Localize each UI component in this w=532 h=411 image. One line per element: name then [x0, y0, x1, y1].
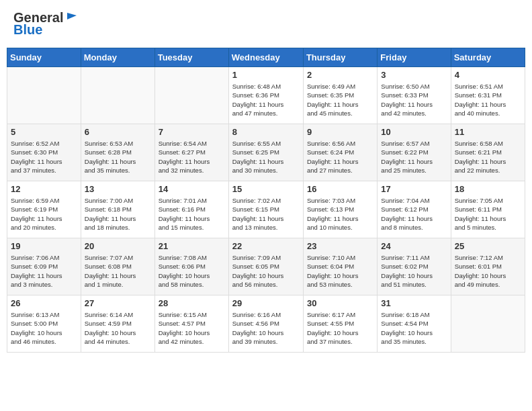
header: General Blue — [7, 7, 525, 41]
calendar-cell: 19Sunrise: 7:06 AM Sunset: 6:09 PM Dayli… — [7, 238, 81, 295]
day-info: Sunrise: 6:59 AM Sunset: 6:19 PM Dayligh… — [11, 196, 77, 232]
calendar-cell: 6Sunrise: 6:53 AM Sunset: 6:28 PM Daylig… — [81, 124, 154, 181]
calendar-cell: 8Sunrise: 6:55 AM Sunset: 6:25 PM Daylig… — [228, 124, 303, 181]
day-number: 2 — [307, 70, 373, 80]
calendar-cell: 25Sunrise: 7:12 AM Sunset: 6:01 PM Dayli… — [451, 238, 525, 295]
day-number: 20 — [85, 241, 151, 251]
day-number: 17 — [381, 184, 447, 194]
day-number: 13 — [85, 184, 151, 194]
day-number: 5 — [11, 127, 77, 137]
day-info: Sunrise: 6:50 AM Sunset: 6:33 PM Dayligh… — [381, 82, 447, 118]
day-info: Sunrise: 6:17 AM Sunset: 4:55 PM Dayligh… — [307, 310, 373, 346]
day-info: Sunrise: 6:55 AM Sunset: 6:25 PM Dayligh… — [232, 139, 300, 175]
logo-blue-text: Blue — [13, 22, 42, 38]
day-info: Sunrise: 7:00 AM Sunset: 6:18 PM Dayligh… — [85, 196, 151, 232]
day-number: 27 — [85, 298, 151, 308]
calendar-cell: 2Sunrise: 6:49 AM Sunset: 6:35 PM Daylig… — [303, 67, 377, 124]
day-number: 1 — [232, 70, 300, 80]
day-info: Sunrise: 7:05 AM Sunset: 6:11 PM Dayligh… — [455, 196, 521, 232]
day-number: 21 — [159, 241, 225, 251]
calendar-cell: 30Sunrise: 6:17 AM Sunset: 4:55 PM Dayli… — [303, 295, 377, 353]
day-number: 3 — [381, 70, 447, 80]
calendar-table: SundayMondayTuesdayWednesdayThursdayFrid… — [7, 48, 525, 353]
day-number: 15 — [232, 184, 300, 194]
calendar-cell: 13Sunrise: 7:00 AM Sunset: 6:18 PM Dayli… — [81, 181, 154, 238]
day-info: Sunrise: 7:03 AM Sunset: 6:13 PM Dayligh… — [307, 196, 373, 232]
day-info: Sunrise: 6:53 AM Sunset: 6:28 PM Dayligh… — [85, 139, 151, 175]
logo: General Blue — [13, 10, 78, 38]
calendar-cell: 29Sunrise: 6:16 AM Sunset: 4:56 PM Dayli… — [228, 295, 303, 353]
svg-marker-0 — [67, 13, 77, 19]
calendar-cell: 31Sunrise: 6:18 AM Sunset: 4:54 PM Dayli… — [378, 295, 451, 353]
day-number: 6 — [85, 127, 151, 137]
day-info: Sunrise: 7:08 AM Sunset: 6:06 PM Dayligh… — [159, 253, 225, 289]
calendar-week-row: 12Sunrise: 6:59 AM Sunset: 6:19 PM Dayli… — [7, 181, 525, 238]
calendar-cell: 3Sunrise: 6:50 AM Sunset: 6:33 PM Daylig… — [378, 67, 451, 124]
calendar-cell: 28Sunrise: 6:15 AM Sunset: 4:57 PM Dayli… — [154, 295, 228, 353]
calendar-cell: 24Sunrise: 7:11 AM Sunset: 6:02 PM Dayli… — [378, 238, 451, 295]
day-number: 29 — [232, 298, 300, 308]
calendar-cell: 22Sunrise: 7:09 AM Sunset: 6:05 PM Dayli… — [228, 238, 303, 295]
day-number: 12 — [11, 184, 77, 194]
weekday-header-saturday: Saturday — [451, 48, 525, 67]
day-info: Sunrise: 6:51 AM Sunset: 6:31 PM Dayligh… — [455, 82, 521, 118]
day-number: 26 — [11, 298, 77, 308]
day-info: Sunrise: 6:18 AM Sunset: 4:54 PM Dayligh… — [381, 310, 447, 346]
calendar-cell: 9Sunrise: 6:56 AM Sunset: 6:24 PM Daylig… — [303, 124, 377, 181]
day-number: 22 — [232, 241, 300, 251]
day-info: Sunrise: 6:15 AM Sunset: 4:57 PM Dayligh… — [159, 310, 225, 346]
calendar-cell: 7Sunrise: 6:54 AM Sunset: 6:27 PM Daylig… — [154, 124, 228, 181]
day-number: 4 — [455, 70, 521, 80]
day-info: Sunrise: 6:14 AM Sunset: 4:59 PM Dayligh… — [85, 310, 151, 346]
day-number: 9 — [307, 127, 373, 137]
day-info: Sunrise: 6:54 AM Sunset: 6:27 PM Dayligh… — [159, 139, 225, 175]
calendar-cell: 18Sunrise: 7:05 AM Sunset: 6:11 PM Dayli… — [451, 181, 525, 238]
day-number: 28 — [159, 298, 225, 308]
calendar-cell: 20Sunrise: 7:07 AM Sunset: 6:08 PM Dayli… — [81, 238, 154, 295]
day-info: Sunrise: 7:10 AM Sunset: 6:04 PM Dayligh… — [307, 253, 373, 289]
day-number: 11 — [455, 127, 521, 137]
calendar-cell — [7, 67, 81, 124]
day-number: 18 — [455, 184, 521, 194]
calendar-cell: 14Sunrise: 7:01 AM Sunset: 6:16 PM Dayli… — [154, 181, 228, 238]
calendar-cell: 12Sunrise: 6:59 AM Sunset: 6:19 PM Dayli… — [7, 181, 81, 238]
day-info: Sunrise: 7:09 AM Sunset: 6:05 PM Dayligh… — [232, 253, 300, 289]
calendar-week-row: 26Sunrise: 6:13 AM Sunset: 5:00 PM Dayli… — [7, 295, 525, 353]
calendar-cell: 16Sunrise: 7:03 AM Sunset: 6:13 PM Dayli… — [303, 181, 377, 238]
day-number: 7 — [159, 127, 225, 137]
calendar-cell — [451, 295, 525, 353]
logo-flag-icon — [64, 11, 78, 25]
calendar-week-row: 5Sunrise: 6:52 AM Sunset: 6:30 PM Daylig… — [7, 124, 525, 181]
calendar-cell: 21Sunrise: 7:08 AM Sunset: 6:06 PM Dayli… — [154, 238, 228, 295]
day-number: 31 — [381, 298, 447, 308]
day-number: 24 — [381, 241, 447, 251]
day-info: Sunrise: 7:11 AM Sunset: 6:02 PM Dayligh… — [381, 253, 447, 289]
day-info: Sunrise: 7:02 AM Sunset: 6:15 PM Dayligh… — [232, 196, 300, 232]
calendar-cell: 10Sunrise: 6:57 AM Sunset: 6:22 PM Dayli… — [378, 124, 451, 181]
day-info: Sunrise: 6:52 AM Sunset: 6:30 PM Dayligh… — [11, 139, 77, 175]
weekday-header-wednesday: Wednesday — [228, 48, 303, 67]
calendar-cell: 15Sunrise: 7:02 AM Sunset: 6:15 PM Dayli… — [228, 181, 303, 238]
day-number: 10 — [381, 127, 447, 137]
calendar-cell — [154, 67, 228, 124]
calendar-cell: 23Sunrise: 7:10 AM Sunset: 6:04 PM Dayli… — [303, 238, 377, 295]
day-info: Sunrise: 6:16 AM Sunset: 4:56 PM Dayligh… — [232, 310, 300, 346]
day-number: 19 — [11, 241, 77, 251]
day-info: Sunrise: 7:01 AM Sunset: 6:16 PM Dayligh… — [159, 196, 225, 232]
day-info: Sunrise: 6:48 AM Sunset: 6:36 PM Dayligh… — [232, 82, 300, 118]
calendar-week-row: 19Sunrise: 7:06 AM Sunset: 6:09 PM Dayli… — [7, 238, 525, 295]
weekday-header-tuesday: Tuesday — [154, 48, 228, 67]
weekday-header-friday: Friday — [378, 48, 451, 67]
day-info: Sunrise: 6:13 AM Sunset: 5:00 PM Dayligh… — [11, 310, 77, 346]
day-number: 8 — [232, 127, 300, 137]
day-info: Sunrise: 7:07 AM Sunset: 6:08 PM Dayligh… — [85, 253, 151, 289]
calendar-cell: 1Sunrise: 6:48 AM Sunset: 6:36 PM Daylig… — [228, 67, 303, 124]
weekday-header-thursday: Thursday — [303, 48, 377, 67]
weekday-header-sunday: Sunday — [7, 48, 81, 67]
day-number: 16 — [307, 184, 373, 194]
day-number: 30 — [307, 298, 373, 308]
day-number: 23 — [307, 241, 373, 251]
day-info: Sunrise: 7:06 AM Sunset: 6:09 PM Dayligh… — [11, 253, 77, 289]
day-info: Sunrise: 7:04 AM Sunset: 6:12 PM Dayligh… — [381, 196, 447, 232]
calendar-header-row: SundayMondayTuesdayWednesdayThursdayFrid… — [7, 48, 525, 67]
